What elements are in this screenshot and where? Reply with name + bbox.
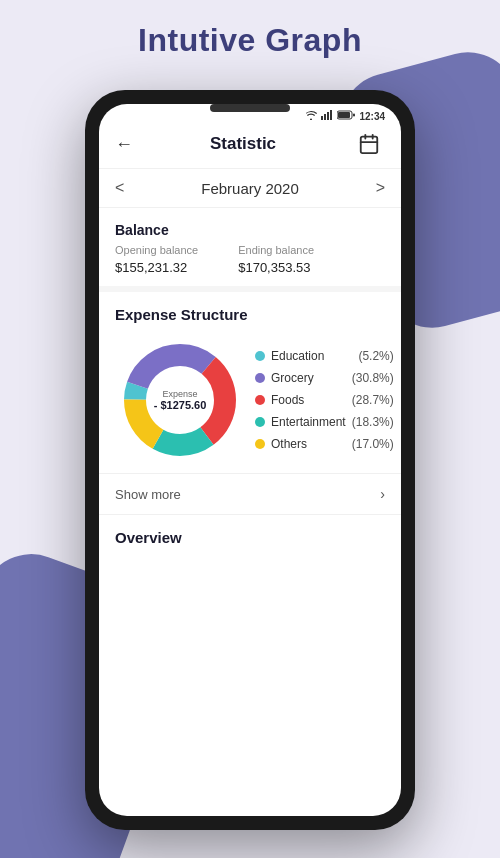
phone-screen: 12:34 ← Statistic < February 2020 > Bala <box>99 104 401 816</box>
expense-legend: Education (5.2%) Grocery (30.8%) Foods (… <box>255 349 394 451</box>
overview-title: Overview <box>115 529 385 546</box>
svg-rect-3 <box>330 110 332 120</box>
page-title: Intutive Graph <box>0 22 500 59</box>
month-prev-button[interactable]: < <box>115 179 124 197</box>
wifi-icon <box>305 110 317 122</box>
month-label: February 2020 <box>201 180 299 197</box>
legend-pct: (28.7%) <box>352 393 394 407</box>
show-more-label: Show more <box>115 487 181 502</box>
ending-balance-item: Ending balance $170,353.53 <box>238 244 314 276</box>
donut-chart: Expense - $1275.60 <box>115 335 245 465</box>
signal-icon <box>321 110 333 122</box>
expense-section: Expense Structure <box>99 292 401 473</box>
expense-center-label: Expense <box>154 389 207 399</box>
calendar-icon <box>358 133 380 155</box>
svg-rect-6 <box>353 114 355 117</box>
opening-balance-amount: $155,231.32 <box>115 260 187 275</box>
battery-icon <box>337 110 355 122</box>
legend-dot <box>255 373 265 383</box>
expense-section-title: Expense Structure <box>115 306 385 323</box>
month-next-button[interactable]: > <box>376 179 385 197</box>
expense-content: Expense - $1275.60 Education (5.2%) Groc… <box>115 335 385 465</box>
balance-section: Balance Opening balance $155,231.32 Endi… <box>99 208 401 292</box>
legend-name: Others <box>271 437 346 451</box>
svg-rect-2 <box>327 112 329 120</box>
legend-item: Education (5.2%) <box>255 349 394 363</box>
legend-dot <box>255 439 265 449</box>
legend-name: Entertainment <box>271 415 346 429</box>
expense-center-amount: - $1275.60 <box>154 399 207 411</box>
legend-item: Foods (28.7%) <box>255 393 394 407</box>
overview-section: Overview <box>99 515 401 546</box>
legend-item: Entertainment (18.3%) <box>255 415 394 429</box>
status-time: 12:34 <box>359 111 385 122</box>
legend-dot <box>255 417 265 427</box>
phone-notch <box>210 104 290 112</box>
svg-rect-0 <box>321 116 323 120</box>
legend-pct: (5.2%) <box>358 349 393 363</box>
legend-dot <box>255 395 265 405</box>
legend-item: Others (17.0%) <box>255 437 394 451</box>
phone-frame: 12:34 ← Statistic < February 2020 > Bala <box>85 90 415 830</box>
legend-pct: (17.0%) <box>352 437 394 451</box>
calendar-button[interactable] <box>353 128 385 160</box>
month-nav: < February 2020 > <box>99 169 401 208</box>
donut-label: Expense - $1275.60 <box>154 389 207 411</box>
app-header: ← Statistic <box>99 124 401 169</box>
balance-row: Opening balance $155,231.32 Ending balan… <box>115 244 385 276</box>
legend-pct: (18.3%) <box>352 415 394 429</box>
header-title: Statistic <box>210 134 276 154</box>
opening-balance-item: Opening balance $155,231.32 <box>115 244 198 276</box>
legend-name: Foods <box>271 393 346 407</box>
svg-rect-1 <box>324 114 326 120</box>
balance-title: Balance <box>115 222 385 238</box>
ending-balance-amount: $170,353.53 <box>238 260 310 275</box>
svg-rect-7 <box>361 137 378 154</box>
legend-pct: (30.8%) <box>352 371 394 385</box>
opening-balance-label: Opening balance <box>115 244 198 256</box>
legend-name: Education <box>271 349 352 363</box>
legend-dot <box>255 351 265 361</box>
legend-name: Grocery <box>271 371 346 385</box>
show-more-row[interactable]: Show more › <box>99 473 401 515</box>
back-button[interactable]: ← <box>115 134 133 155</box>
svg-rect-5 <box>338 112 350 118</box>
show-more-arrow: › <box>380 486 385 502</box>
ending-balance-label: Ending balance <box>238 244 314 256</box>
legend-item: Grocery (30.8%) <box>255 371 394 385</box>
